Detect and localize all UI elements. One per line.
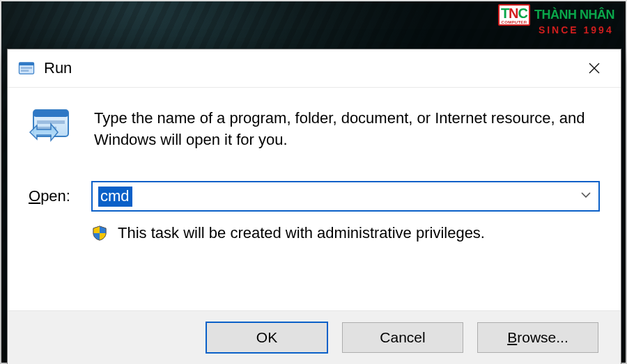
dialog-description: Type the name of a program, folder, docu… [94,106,600,150]
svg-rect-3 [21,70,29,71]
close-button[interactable] [572,49,617,87]
admin-privileges-note: This task will be created with administr… [118,224,485,242]
dialog-title: Run [44,59,72,77]
svg-rect-2 [21,67,32,68]
run-dialog: Run [7,49,621,364]
button-bar: OK Cancel Browse... [8,310,621,364]
browse-button[interactable]: Browse... [477,322,598,353]
svg-rect-7 [33,110,68,117]
watermark-letter-n: N [509,6,518,21]
chevron-down-icon[interactable] [579,189,591,203]
watermark-letter-t: T [501,6,509,21]
open-label: Open: [29,187,79,205]
open-input-value[interactable]: cmd [98,187,132,207]
watermark-computer: COMPUTER [502,20,527,24]
run-app-icon [17,59,36,77]
cancel-button[interactable]: Cancel [342,322,463,353]
watermark-logo: TNC COMPUTER THÀNH NHÂN SINCE 1994 [498,4,614,35]
watermark-letter-c: C [518,6,527,21]
run-large-icon [29,106,75,146]
open-combobox[interactable]: cmd [91,181,600,212]
watermark-brand: THÀNH NHÂN [534,8,614,22]
watermark-since: SINCE 1994 [539,24,614,35]
svg-rect-1 [19,63,33,65]
shield-icon [91,225,108,242]
titlebar[interactable]: Run [8,49,621,88]
ok-button[interactable]: OK [206,322,328,354]
